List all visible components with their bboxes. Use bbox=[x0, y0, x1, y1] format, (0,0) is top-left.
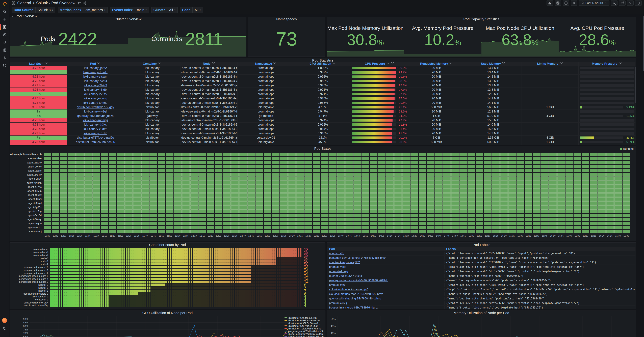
legend-item[interactable]: jaeger-agent-6f7ffdd467-bvdc5 bbox=[284, 330, 324, 333]
pod-link[interactable]: distributor-9fcd48dc7-56ggv bbox=[77, 105, 114, 109]
panel-title[interactable]: Namespaces bbox=[248, 17, 325, 21]
dashboard-settings-button[interactable] bbox=[571, 0, 578, 5]
legend-item[interactable]: jaeger-agent-6f7ffdd467-xm7hn bbox=[284, 335, 324, 337]
column-header-pod[interactable]: Pod bbox=[67, 62, 124, 66]
pod-link[interactable]: loki-canary-z5dtm bbox=[84, 127, 107, 131]
variable-pods[interactable]: PodsAll▾ bbox=[180, 7, 203, 13]
column-header-pod[interactable]: Pod bbox=[328, 247, 444, 251]
filter-funnel-icon[interactable] bbox=[158, 62, 162, 66]
pod-link[interactable]: loki-canary-lw9gl bbox=[84, 110, 107, 113]
pod-link[interactable]: loki-canary-th3xs bbox=[84, 123, 107, 126]
sidebar-admin[interactable] bbox=[0, 62, 9, 69]
sidebar-create[interactable] bbox=[0, 15, 9, 23]
column-header-namespace[interactable]: Namespace bbox=[238, 62, 294, 66]
variable-value-dropdown[interactable]: All▾ bbox=[192, 7, 203, 13]
pod-link[interactable]: freetier-limit-merge-65bb785b76-4jghz bbox=[329, 306, 378, 309]
legend-item[interactable]: distributor-6f98fc5c96-litpl bbox=[284, 316, 324, 319]
refresh-interval-dropdown[interactable] bbox=[627, 0, 634, 5]
table-scrollbar[interactable] bbox=[634, 66, 636, 103]
filter-funnel-icon[interactable] bbox=[618, 62, 622, 66]
pod-link[interactable]: querier-with-sharding-55c786844b-cvhnq bbox=[329, 297, 381, 300]
pod-link[interactable]: loki-canary-vcwrg bbox=[84, 97, 107, 100]
pod-link[interactable]: pentagon-dev-us-central-0-56d968858c-625… bbox=[329, 279, 388, 282]
pod-link[interactable]: loki-canary-sfswm bbox=[83, 75, 108, 78]
pod-link[interactable]: loki-canary-dmwkl bbox=[83, 71, 108, 74]
filter-funnel-icon[interactable] bbox=[212, 62, 215, 66]
legend-item[interactable]: distributor-7bf9f9968d-7q8md bbox=[284, 327, 324, 330]
filter-funnel-icon[interactable] bbox=[273, 62, 276, 66]
column-header-last-seen[interactable]: Last Seen bbox=[10, 62, 67, 66]
breadcrumb-section[interactable]: General bbox=[17, 1, 31, 5]
pod-link[interactable]: loki-canary-jjnm2 bbox=[84, 66, 107, 70]
legend-item[interactable]: distributor-6f98fc5c96-ww2xj bbox=[284, 322, 324, 325]
column-header-memory-pressure[interactable]: Memory Pressure bbox=[578, 62, 636, 66]
filter-funnel-icon[interactable] bbox=[391, 62, 394, 66]
pod-link[interactable]: promtail-dmglg bbox=[329, 270, 348, 273]
column-header-limits-memory[interactable]: Limits Memory bbox=[522, 62, 578, 66]
variable-value-dropdown[interactable]: em_metrics▾ bbox=[83, 7, 107, 13]
sidebar-search[interactable] bbox=[0, 8, 9, 15]
column-header-container[interactable]: Container bbox=[124, 62, 181, 66]
column-header-requested-memory[interactable]: Requested Memory bbox=[408, 62, 465, 66]
breadcrumb[interactable]: General / Splunk - Pod Overview bbox=[12, 1, 87, 5]
pod-link[interactable]: promtail-vdfj8 bbox=[329, 265, 346, 269]
pod-link[interactable]: promtail-xfpx bbox=[329, 283, 346, 287]
pod-link[interactable]: distributor-7cfb6c66bb-ncn26 bbox=[76, 140, 115, 144]
filter-funnel-icon[interactable] bbox=[449, 62, 453, 66]
variable-events-index[interactable]: Events Indexmain▾ bbox=[110, 7, 149, 13]
pod-link[interactable]: loki-canary-r6tdb bbox=[84, 88, 107, 91]
pod-link[interactable]: loki-canary-225zk bbox=[84, 92, 107, 96]
pod-link[interactable]: agent-xrs7g bbox=[329, 252, 344, 255]
sidebar-help[interactable] bbox=[0, 324, 9, 332]
refresh-button[interactable] bbox=[619, 0, 626, 5]
column-header-cpu-utilization[interactable]: CPU Utilization bbox=[294, 62, 351, 66]
pod-link[interactable]: loki-canary-mnmgs bbox=[83, 118, 108, 122]
zoom-out-button[interactable] bbox=[611, 0, 618, 5]
column-header-cpu-pressure[interactable]: CPU Pressure bbox=[351, 62, 408, 66]
time-range-picker[interactable]: Last 6 hours bbox=[579, 0, 610, 5]
sidebar-dashboards[interactable] bbox=[0, 23, 9, 31]
filter-funnel-icon[interactable] bbox=[97, 62, 101, 66]
share-icon[interactable] bbox=[83, 1, 87, 5]
pod-link[interactable]: conntrack-exporter-j7l52 bbox=[329, 261, 360, 264]
user-avatar[interactable] bbox=[0, 317, 9, 324]
grafana-logo[interactable] bbox=[0, 0, 9, 8]
filter-funnel-icon[interactable] bbox=[332, 62, 336, 66]
filter-funnel-icon[interactable] bbox=[44, 62, 48, 66]
panel-title[interactable]: Cluster Overview bbox=[10, 17, 246, 21]
save-dashboard-button[interactable] bbox=[554, 0, 561, 5]
sidebar-explore[interactable] bbox=[0, 31, 9, 38]
pod-link[interactable]: querier-7f6b649547-92z2j bbox=[329, 274, 362, 278]
pod-link[interactable]: distributor-6ff57fdc4c-qwj2c bbox=[77, 136, 114, 139]
panel-title[interactable]: Pod Labels bbox=[327, 243, 636, 247]
sidebar-alerting[interactable] bbox=[0, 38, 9, 46]
star-icon[interactable] bbox=[77, 1, 81, 5]
pod-link[interactable]: loki-canary-2h9r9 bbox=[84, 84, 107, 87]
variable-metrics-index[interactable]: Metrics Indexem_metrics▾ bbox=[58, 7, 108, 13]
pod-link[interactable]: loki-canary-c4b9l bbox=[84, 79, 107, 83]
filter-funnel-icon[interactable] bbox=[502, 62, 506, 66]
page-scrollbar[interactable] bbox=[643, 16, 644, 71]
panel-title[interactable]: Pod Capacity Statistics bbox=[327, 17, 636, 21]
filter-funnel-icon[interactable] bbox=[560, 62, 563, 66]
legend-item[interactable]: jaeger-agent-6f7ffdd467-xc4qp bbox=[284, 333, 324, 335]
sidebar-snapshots[interactable] bbox=[0, 46, 9, 54]
variable-cluster[interactable]: ClusterAll▾ bbox=[151, 7, 178, 13]
legend-item[interactable]: distributor-6ff57fdd4c-xt5gf bbox=[284, 325, 324, 327]
pod-link[interactable]: cloudsql-metrics-read-2-864c9d8665-lbhvd bbox=[329, 292, 383, 296]
variable-data-source[interactable]: Data SourceSplunk 8▾ bbox=[12, 7, 55, 13]
column-header-labels[interactable]: Labels bbox=[444, 247, 636, 251]
pod-link[interactable]: pentagon-dev-us-central-0-78645c7dd6-bhj… bbox=[329, 256, 386, 259]
legend-item[interactable]: distributor-6f98fc5c96-wskwl bbox=[284, 319, 324, 322]
variable-value-dropdown[interactable]: Splunk 8▾ bbox=[36, 7, 55, 13]
pod-link[interactable]: loki-canary-t9mn9 bbox=[83, 101, 107, 105]
dashboard-insights-button[interactable] bbox=[563, 0, 569, 5]
pod-link[interactable]: promtail-c7s8j bbox=[329, 302, 347, 305]
variable-value-dropdown[interactable]: main▾ bbox=[135, 7, 149, 13]
column-header-node[interactable]: Node bbox=[181, 62, 238, 66]
variable-value-dropdown[interactable]: All▾ bbox=[167, 7, 178, 13]
pod-link[interactable]: loki-canary-z8z95 bbox=[84, 132, 107, 135]
pod-link[interactable]: splunk-otel-collector-agent-fpt6 bbox=[329, 288, 368, 291]
sidebar-configuration[interactable] bbox=[0, 54, 9, 62]
column-header-used-memory[interactable]: Used Memory bbox=[465, 62, 522, 66]
